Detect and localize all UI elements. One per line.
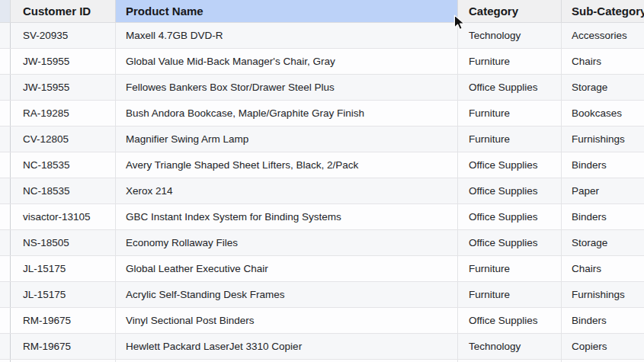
cell-sub-category[interactable]: Chairs	[562, 256, 644, 281]
cell-category[interactable]: Office Supplies	[458, 75, 562, 100]
cell-sub-category[interactable]: Bookcases	[562, 101, 644, 126]
row-gutter-cell	[0, 152, 11, 178]
table-row: RA-19285Bush Andora Bookcase, Maple/Grap…	[0, 101, 644, 127]
row-gutter-cell	[0, 308, 11, 333]
cell-customer-id[interactable]: NC-18535	[11, 178, 116, 203]
cell-sub-category[interactable]: Copiers	[562, 334, 644, 359]
table-body: SV-20935Maxell 4.7GB DVD-RTechnologyAcce…	[0, 23, 644, 362]
table-row: visactor-13105GBC Instant Index System f…	[0, 204, 644, 230]
cell-category[interactable]: Furniture	[458, 101, 562, 126]
cell-category[interactable]: Furniture	[458, 256, 562, 281]
row-gutter-cell	[0, 204, 11, 229]
cell-category[interactable]: Office Supplies	[458, 178, 562, 203]
cell-sub-category[interactable]: Binders	[562, 308, 644, 333]
cell-sub-category[interactable]: Accessories	[562, 23, 644, 48]
table-row: JW-15955Fellowes Bankers Box Stor/Drawer…	[0, 75, 644, 101]
table-row: NC-18535Xerox 214Office SuppliesPaper	[0, 178, 644, 204]
column-header-category[interactable]: Category	[458, 0, 562, 22]
table-row: JL-15175Global Leather Executive ChairFu…	[0, 256, 644, 282]
row-gutter-cell	[0, 178, 11, 203]
column-header-sub-category[interactable]: Sub-Category	[562, 0, 644, 22]
cell-customer-id[interactable]: SV-20935	[11, 23, 116, 48]
column-header-label: Sub-Category	[572, 5, 644, 18]
cell-product-name[interactable]: Avery Triangle Shaped Sheet Lifters, Bla…	[116, 152, 458, 178]
cell-customer-id[interactable]: RM-19675	[11, 308, 116, 333]
spreadsheet-table: Customer ID Product Name Category Sub-Ca…	[0, 0, 644, 362]
header-gutter-cell	[0, 0, 11, 22]
row-gutter-cell	[0, 256, 11, 281]
cell-customer-id[interactable]: NC-18535	[11, 152, 116, 178]
row-gutter-cell	[0, 282, 11, 307]
table-row: JL-15175Acrylic Self-Standing Desk Frame…	[0, 282, 644, 308]
row-gutter-cell	[0, 23, 11, 48]
cell-sub-category[interactable]: Binders	[562, 204, 644, 229]
cell-sub-category[interactable]: Binders	[562, 152, 644, 178]
cell-product-name[interactable]: Xerox 214	[116, 178, 458, 203]
row-gutter-cell	[0, 101, 11, 126]
row-gutter-cell	[0, 334, 11, 359]
cell-category[interactable]: Technology	[458, 334, 562, 359]
cell-category[interactable]: Office Supplies	[458, 308, 562, 333]
column-header-label: Product Name	[126, 5, 203, 18]
row-gutter-cell	[0, 127, 11, 152]
row-gutter-cell	[0, 49, 11, 74]
cell-product-name[interactable]: Vinyl Sectional Post Binders	[116, 308, 458, 333]
cell-category[interactable]: Office Supplies	[458, 204, 562, 229]
cell-sub-category[interactable]: Storage	[562, 230, 644, 255]
cell-product-name[interactable]: Global Value Mid-Back Manager's Chair, G…	[116, 49, 458, 74]
cell-customer-id[interactable]: JW-15955	[11, 75, 116, 100]
cell-product-name[interactable]: Economy Rollaway Files	[116, 230, 458, 255]
cell-customer-id[interactable]: RM-19675	[11, 334, 116, 359]
table-row: CV-12805Magnifier Swing Arm LampFurnitur…	[0, 127, 644, 152]
column-header-label: Category	[469, 5, 518, 18]
cell-category[interactable]: Office Supplies	[458, 152, 562, 178]
cell-customer-id[interactable]: NS-18505	[11, 230, 116, 255]
row-gutter-cell	[0, 230, 11, 255]
column-header-label: Customer ID	[23, 5, 91, 18]
cell-category[interactable]: Furniture	[458, 127, 562, 152]
table-row: RM-19675Hewlett Packard LaserJet 3310 Co…	[0, 334, 644, 360]
cell-product-name[interactable]: Global Leather Executive Chair	[116, 256, 458, 281]
cell-product-name[interactable]: Hewlett Packard LaserJet 3310 Copier	[116, 334, 458, 359]
cell-product-name[interactable]: Magnifier Swing Arm Lamp	[116, 127, 458, 152]
cell-sub-category[interactable]: Chairs	[562, 49, 644, 74]
cell-product-name[interactable]: Bush Andora Bookcase, Maple/Graphite Gra…	[116, 101, 458, 126]
table-row: SV-20935Maxell 4.7GB DVD-RTechnologyAcce…	[0, 23, 644, 49]
cell-customer-id[interactable]: RA-19285	[11, 101, 116, 126]
column-header-product-name[interactable]: Product Name	[116, 0, 458, 22]
cell-customer-id[interactable]: visactor-13105	[11, 204, 116, 229]
cell-product-name[interactable]: GBC Instant Index System for Binding Sys…	[116, 204, 458, 229]
table-row: RM-19675Vinyl Sectional Post BindersOffi…	[0, 308, 644, 334]
column-header-customer-id[interactable]: Customer ID	[11, 0, 116, 22]
cell-customer-id[interactable]: JL-15175	[11, 282, 116, 307]
table-row: JW-15955Global Value Mid-Back Manager's …	[0, 49, 644, 75]
cell-sub-category[interactable]: Furnishings	[562, 282, 644, 307]
cell-customer-id[interactable]: JW-15955	[11, 49, 116, 74]
cell-category[interactable]: Furniture	[458, 282, 562, 307]
cell-sub-category[interactable]: Storage	[562, 75, 644, 100]
table-row: NC-18535Avery Triangle Shaped Sheet Lift…	[0, 152, 644, 178]
cell-category[interactable]: Office Supplies	[458, 230, 562, 255]
cell-sub-category[interactable]: Furnishings	[562, 127, 644, 152]
cell-category[interactable]: Furniture	[458, 49, 562, 74]
cell-sub-category[interactable]: Paper	[562, 178, 644, 203]
cell-product-name[interactable]: Fellowes Bankers Box Stor/Drawer Steel P…	[116, 75, 458, 100]
row-gutter-cell	[0, 75, 11, 100]
table-header-row: Customer ID Product Name Category Sub-Ca…	[0, 0, 644, 23]
table-row: NS-18505Economy Rollaway FilesOffice Sup…	[0, 230, 644, 256]
cell-customer-id[interactable]: CV-12805	[11, 127, 116, 152]
cell-category[interactable]: Technology	[458, 23, 562, 48]
cell-customer-id[interactable]: JL-15175	[11, 256, 116, 281]
cell-product-name[interactable]: Maxell 4.7GB DVD-R	[116, 23, 458, 48]
cell-product-name[interactable]: Acrylic Self-Standing Desk Frames	[116, 282, 458, 307]
